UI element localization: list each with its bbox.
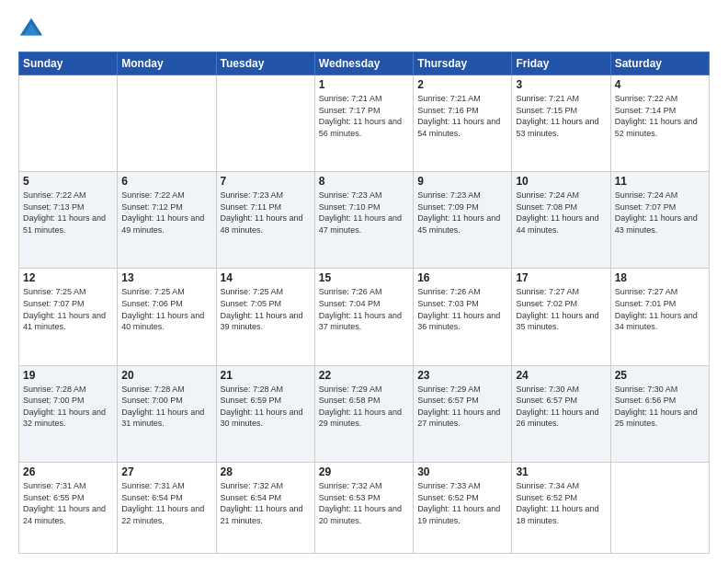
day-info: Sunrise: 7:21 AM Sunset: 7:15 PM Dayligh… <box>516 94 598 138</box>
day-number: 14 <box>221 271 311 284</box>
day-cell: 8Sunrise: 7:23 AM Sunset: 7:10 PM Daylig… <box>314 172 413 269</box>
day-number: 31 <box>516 465 606 478</box>
day-number: 9 <box>417 175 507 188</box>
day-info: Sunrise: 7:27 AM Sunset: 7:02 PM Dayligh… <box>516 287 598 331</box>
day-number: 12 <box>23 271 113 284</box>
weekday-header-friday: Friday <box>512 52 610 75</box>
day-info: Sunrise: 7:33 AM Sunset: 6:52 PM Dayligh… <box>417 481 500 525</box>
day-cell: 17Sunrise: 7:27 AM Sunset: 7:02 PM Dayli… <box>512 269 610 365</box>
day-cell: 5Sunrise: 7:22 AM Sunset: 7:13 PM Daylig… <box>19 172 118 269</box>
day-cell: 29Sunrise: 7:32 AM Sunset: 6:53 PM Dayli… <box>314 462 413 553</box>
day-number: 25 <box>615 369 705 382</box>
day-info: Sunrise: 7:22 AM Sunset: 7:12 PM Dayligh… <box>121 190 204 235</box>
day-info: Sunrise: 7:21 AM Sunset: 7:17 PM Dayligh… <box>319 94 402 138</box>
day-number: 23 <box>417 369 507 382</box>
day-info: Sunrise: 7:25 AM Sunset: 7:07 PM Dayligh… <box>23 287 106 331</box>
day-cell: 19Sunrise: 7:28 AM Sunset: 7:00 PM Dayli… <box>19 365 118 462</box>
day-info: Sunrise: 7:28 AM Sunset: 7:00 PM Dayligh… <box>23 385 106 429</box>
weekday-header-sunday: Sunday <box>19 52 118 75</box>
page: SundayMondayTuesdayWednesdayThursdayFrid… <box>0 0 728 563</box>
weekday-header-row: SundayMondayTuesdayWednesdayThursdayFrid… <box>19 52 710 75</box>
day-cell: 7Sunrise: 7:23 AM Sunset: 7:11 PM Daylig… <box>216 172 314 269</box>
day-cell: 4Sunrise: 7:22 AM Sunset: 7:14 PM Daylig… <box>610 75 709 172</box>
day-cell: 21Sunrise: 7:28 AM Sunset: 6:59 PM Dayli… <box>216 365 314 462</box>
week-row-2: 5Sunrise: 7:22 AM Sunset: 7:13 PM Daylig… <box>19 172 710 269</box>
day-cell: 31Sunrise: 7:34 AM Sunset: 6:52 PM Dayli… <box>512 462 610 553</box>
logo-icon <box>18 17 44 42</box>
day-number: 30 <box>417 465 507 478</box>
day-number: 21 <box>221 369 311 382</box>
header <box>18 17 710 42</box>
day-info: Sunrise: 7:27 AM Sunset: 7:01 PM Dayligh… <box>615 287 698 331</box>
day-cell: 16Sunrise: 7:26 AM Sunset: 7:03 PM Dayli… <box>414 269 512 365</box>
day-cell: 15Sunrise: 7:26 AM Sunset: 7:04 PM Dayli… <box>314 269 413 365</box>
day-info: Sunrise: 7:34 AM Sunset: 6:52 PM Dayligh… <box>516 481 598 525</box>
day-cell <box>118 75 216 172</box>
logo <box>18 17 48 42</box>
day-number: 28 <box>221 465 311 478</box>
day-cell: 24Sunrise: 7:30 AM Sunset: 6:57 PM Dayli… <box>512 365 610 462</box>
day-number: 4 <box>615 78 705 91</box>
day-info: Sunrise: 7:26 AM Sunset: 7:04 PM Dayligh… <box>319 287 402 331</box>
day-cell: 10Sunrise: 7:24 AM Sunset: 7:08 PM Dayli… <box>512 172 610 269</box>
day-cell: 27Sunrise: 7:31 AM Sunset: 6:54 PM Dayli… <box>118 462 216 553</box>
day-cell: 20Sunrise: 7:28 AM Sunset: 7:00 PM Dayli… <box>118 365 216 462</box>
day-number: 20 <box>121 369 211 382</box>
day-info: Sunrise: 7:32 AM Sunset: 6:53 PM Dayligh… <box>319 481 402 525</box>
day-info: Sunrise: 7:23 AM Sunset: 7:10 PM Dayligh… <box>319 190 402 235</box>
day-info: Sunrise: 7:32 AM Sunset: 6:54 PM Dayligh… <box>221 481 303 525</box>
day-cell: 22Sunrise: 7:29 AM Sunset: 6:58 PM Dayli… <box>314 365 413 462</box>
day-number: 16 <box>417 271 507 284</box>
day-cell: 11Sunrise: 7:24 AM Sunset: 7:07 PM Dayli… <box>610 172 709 269</box>
day-info: Sunrise: 7:30 AM Sunset: 6:57 PM Dayligh… <box>516 385 598 429</box>
week-row-3: 12Sunrise: 7:25 AM Sunset: 7:07 PM Dayli… <box>19 269 710 365</box>
day-number: 7 <box>221 175 311 188</box>
day-number: 15 <box>319 271 409 284</box>
day-cell: 23Sunrise: 7:29 AM Sunset: 6:57 PM Dayli… <box>414 365 512 462</box>
day-number: 24 <box>516 369 606 382</box>
day-cell: 14Sunrise: 7:25 AM Sunset: 7:05 PM Dayli… <box>216 269 314 365</box>
day-number: 5 <box>23 175 113 188</box>
day-cell: 1Sunrise: 7:21 AM Sunset: 7:17 PM Daylig… <box>314 75 413 172</box>
day-number: 2 <box>417 78 507 91</box>
day-info: Sunrise: 7:23 AM Sunset: 7:11 PM Dayligh… <box>221 190 303 235</box>
day-info: Sunrise: 7:22 AM Sunset: 7:14 PM Dayligh… <box>615 94 698 138</box>
day-cell: 25Sunrise: 7:30 AM Sunset: 6:56 PM Dayli… <box>610 365 709 462</box>
day-info: Sunrise: 7:26 AM Sunset: 7:03 PM Dayligh… <box>417 287 500 331</box>
day-number: 13 <box>121 271 211 284</box>
day-cell: 26Sunrise: 7:31 AM Sunset: 6:55 PM Dayli… <box>19 462 118 553</box>
day-number: 19 <box>23 369 113 382</box>
day-info: Sunrise: 7:25 AM Sunset: 7:06 PM Dayligh… <box>121 287 204 331</box>
week-row-1: 1Sunrise: 7:21 AM Sunset: 7:17 PM Daylig… <box>19 75 710 172</box>
day-cell: 6Sunrise: 7:22 AM Sunset: 7:12 PM Daylig… <box>118 172 216 269</box>
day-cell: 3Sunrise: 7:21 AM Sunset: 7:15 PM Daylig… <box>512 75 610 172</box>
day-number: 26 <box>23 465 113 478</box>
day-info: Sunrise: 7:31 AM Sunset: 6:55 PM Dayligh… <box>23 481 106 525</box>
day-info: Sunrise: 7:23 AM Sunset: 7:09 PM Dayligh… <box>417 190 500 235</box>
day-info: Sunrise: 7:21 AM Sunset: 7:16 PM Dayligh… <box>417 94 500 138</box>
day-number: 22 <box>319 369 409 382</box>
weekday-header-wednesday: Wednesday <box>314 52 413 75</box>
day-cell <box>216 75 314 172</box>
day-cell: 28Sunrise: 7:32 AM Sunset: 6:54 PM Dayli… <box>216 462 314 553</box>
day-cell: 30Sunrise: 7:33 AM Sunset: 6:52 PM Dayli… <box>414 462 512 553</box>
day-info: Sunrise: 7:24 AM Sunset: 7:08 PM Dayligh… <box>516 190 598 235</box>
day-info: Sunrise: 7:24 AM Sunset: 7:07 PM Dayligh… <box>615 190 698 235</box>
day-info: Sunrise: 7:28 AM Sunset: 6:59 PM Dayligh… <box>221 385 303 429</box>
day-info: Sunrise: 7:28 AM Sunset: 7:00 PM Dayligh… <box>121 385 204 429</box>
calendar-table: SundayMondayTuesdayWednesdayThursdayFrid… <box>18 52 710 554</box>
day-number: 27 <box>121 465 211 478</box>
weekday-header-tuesday: Tuesday <box>216 52 314 75</box>
day-cell: 18Sunrise: 7:27 AM Sunset: 7:01 PM Dayli… <box>610 269 709 365</box>
day-number: 3 <box>516 78 606 91</box>
day-number: 1 <box>319 78 409 91</box>
day-cell <box>19 75 118 172</box>
day-number: 29 <box>319 465 409 478</box>
weekday-header-thursday: Thursday <box>414 52 512 75</box>
day-info: Sunrise: 7:29 AM Sunset: 6:57 PM Dayligh… <box>417 385 500 429</box>
weekday-header-monday: Monday <box>118 52 216 75</box>
day-cell: 13Sunrise: 7:25 AM Sunset: 7:06 PM Dayli… <box>118 269 216 365</box>
day-cell: 9Sunrise: 7:23 AM Sunset: 7:09 PM Daylig… <box>414 172 512 269</box>
day-number: 18 <box>615 271 705 284</box>
day-info: Sunrise: 7:29 AM Sunset: 6:58 PM Dayligh… <box>319 385 402 429</box>
